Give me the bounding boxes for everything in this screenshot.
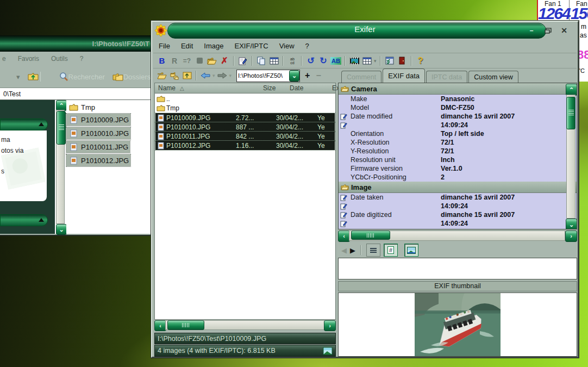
- exif-row[interactable]: 14:09:24: [339, 121, 577, 129]
- scroll-thumb[interactable]: [57, 111, 66, 145]
- explorer-menu-outils[interactable]: Outils: [51, 55, 68, 63]
- scroll-up-button[interactable]: ⌃: [566, 84, 577, 96]
- open-folder-icon[interactable]: [157, 71, 167, 80]
- rename-query-icon[interactable]: =?: [182, 56, 192, 66]
- menu-file[interactable]: File: [159, 42, 170, 50]
- search-icon[interactable]: [59, 72, 68, 82]
- task-link[interactable]: s: [1, 167, 4, 175]
- back-history-chevron-icon[interactable]: ▾: [212, 73, 215, 78]
- rotate-ccw-icon[interactable]: ↺: [305, 56, 316, 66]
- scroll-right-button[interactable]: ›: [565, 231, 577, 242]
- help-icon[interactable]: ?: [415, 56, 426, 66]
- exif-row[interactable]: ModelDMC-FZ50: [339, 103, 577, 112]
- table-row[interactable]: P1010010.JPG 887 ... 30/04/2... Ye: [155, 122, 335, 132]
- column-size[interactable]: Size: [263, 84, 276, 92]
- bold-b-icon[interactable]: B: [157, 56, 167, 66]
- scroll-thumb[interactable]: [566, 97, 576, 129]
- collapse-icon[interactable]: [39, 122, 44, 126]
- exif-row[interactable]: Date takendimanche 15 avril 2007: [339, 193, 577, 202]
- close-icon[interactable]: ✕: [559, 26, 569, 35]
- copy-icon[interactable]: [256, 56, 267, 66]
- edit-icon[interactable]: [237, 56, 248, 66]
- forward-history-chevron-icon[interactable]: ▾: [229, 73, 232, 78]
- menu-edit[interactable]: Edit: [181, 42, 193, 50]
- minimize-icon[interactable]: –: [527, 26, 536, 35]
- forward-icon[interactable]: [217, 71, 228, 80]
- column-name[interactable]: Name: [158, 84, 176, 92]
- edit-field-icon[interactable]: [339, 194, 348, 201]
- tab-exif-data[interactable]: EXIF data: [383, 69, 425, 83]
- tab-iptc-data[interactable]: IPTC data: [426, 71, 467, 83]
- path-input[interactable]: [237, 71, 289, 80]
- scroll-down-button[interactable]: ⌄: [56, 224, 67, 235]
- image-preview-icon[interactable]: [323, 347, 333, 355]
- image-view-icon[interactable]: [404, 244, 418, 257]
- list-item[interactable]: P1010010.JPG: [66, 127, 130, 139]
- edit-field-icon[interactable]: [339, 211, 348, 219]
- explorer-menu-help[interactable]: ?: [80, 55, 84, 63]
- folders-icon[interactable]: [112, 72, 123, 82]
- combo-dropdown-icon[interactable]: ⌄: [289, 70, 299, 82]
- maximize-icon[interactable]: [543, 26, 553, 35]
- task-pane-header[interactable]: [0, 119, 48, 130]
- exif-row[interactable]: Date modifieddimanche 15 avril 2007: [339, 112, 577, 121]
- exif-row[interactable]: X-Resolution72/1: [339, 138, 577, 147]
- exit-door-icon[interactable]: [397, 56, 408, 66]
- list-view-icon[interactable]: [366, 244, 380, 257]
- explorer-search-label[interactable]: Rechercher: [68, 73, 105, 81]
- exif-row[interactable]: YCbCr-Positioning2: [339, 173, 577, 182]
- task-pane-header[interactable]: [0, 214, 48, 226]
- stop-icon[interactable]: [194, 56, 205, 66]
- up-folder-icon[interactable]: [182, 71, 192, 80]
- menu-view[interactable]: View: [279, 42, 295, 50]
- file-list-header[interactable]: Name △ Size Date Ex: [154, 83, 336, 94]
- exif-section-image[interactable]: Image: [339, 182, 577, 193]
- exif-row[interactable]: 14:09:24: [339, 202, 577, 210]
- explorer-menu-favoris[interactable]: Favoris: [18, 55, 39, 63]
- grid-view-icon[interactable]: #: [384, 244, 398, 257]
- tab-comment[interactable]: Comment: [341, 71, 381, 83]
- chevron-down-icon[interactable]: ▾: [374, 58, 377, 64]
- list-item[interactable]: Tmp: [66, 101, 97, 113]
- edit-field-icon[interactable]: [339, 113, 348, 120]
- task-link[interactable]: otos via: [1, 147, 23, 154]
- exif-section-camera[interactable]: Camera: [339, 83, 577, 95]
- add-path-button[interactable]: +: [305, 71, 310, 80]
- menu-help[interactable]: ?: [305, 42, 309, 50]
- explorer-titlebar[interactable]: I:\Photos\!FZ50\T: [0, 35, 151, 52]
- table-row[interactable]: P1010009.JPG 2.72... 30/04/2... Ye: [155, 113, 335, 122]
- tab-custom-view[interactable]: Custom view: [468, 71, 518, 83]
- remove-path-button[interactable]: −: [316, 71, 321, 80]
- exif-row[interactable]: Date digitizeddimanche 15 avril 2007: [339, 210, 577, 219]
- filmstrip-icon[interactable]: [349, 56, 360, 66]
- list-item[interactable]: P1010009.JPG: [66, 114, 130, 126]
- table-row[interactable]: P1010012.JPG 1.16... 30/04/2... Ye: [155, 141, 335, 150]
- scroll-down-button[interactable]: ⌄: [566, 219, 577, 229]
- options-checklist-icon[interactable]: [384, 56, 395, 66]
- exif-row[interactable]: 14:09:24: [339, 219, 577, 228]
- up-folder-icon[interactable]: [28, 72, 39, 82]
- scroll-left-button[interactable]: ‹: [154, 320, 166, 331]
- exif-row[interactable]: Y-Resolution72/1: [339, 147, 577, 155]
- exifer-titlebar[interactable]: Exifer – ✕: [152, 22, 578, 39]
- rotate-cw-icon[interactable]: ↻: [318, 56, 329, 66]
- menu-image[interactable]: Image: [204, 42, 223, 50]
- exif-row[interactable]: MakePanasonic: [339, 95, 577, 103]
- path-combobox[interactable]: ⌄: [236, 70, 300, 82]
- edit-field-icon[interactable]: [339, 202, 348, 210]
- table-view-icon[interactable]: [361, 56, 372, 66]
- edit-field-icon[interactable]: [339, 121, 348, 129]
- exif-row[interactable]: Resolution unitInch: [339, 155, 577, 164]
- scroll-right-button[interactable]: ›: [324, 320, 336, 331]
- explorer-vertical-scrollbar[interactable]: ⌃ ⌄: [56, 100, 66, 234]
- table-row[interactable]: Tmp: [155, 103, 335, 113]
- scroll-up-button[interactable]: ⌃: [56, 100, 67, 111]
- exif-row[interactable]: OrientationTop / left side: [339, 129, 577, 138]
- prev-image-icon[interactable]: ◀: [341, 246, 347, 254]
- collapse-icon[interactable]: [39, 218, 44, 222]
- explorer-address-bar[interactable]: 0\Test: [0, 88, 151, 100]
- file-pane-horizontal-scrollbar[interactable]: ‹ ›: [154, 320, 336, 332]
- explorer-menu-affichage[interactable]: e: [2, 55, 6, 63]
- list-item[interactable]: P1010012.JPG: [66, 154, 130, 166]
- r-icon[interactable]: R: [169, 56, 180, 66]
